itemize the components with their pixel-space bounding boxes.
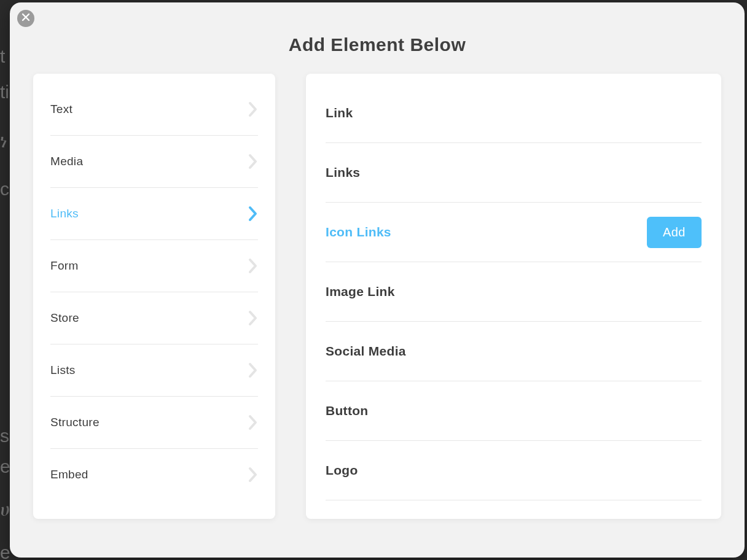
category-item-links[interactable]: Links — [50, 188, 258, 240]
element-list: Link Links Icon Links Add Image Link Soc… — [306, 74, 721, 519]
element-item-logo[interactable]: Logo — [326, 441, 702, 500]
element-label: Social Media — [326, 344, 406, 359]
element-label: Link — [326, 106, 353, 120]
category-item-lists[interactable]: Lists — [50, 344, 258, 397]
category-label: Text — [50, 103, 72, 116]
category-item-form[interactable]: Form — [50, 240, 258, 292]
add-element-modal: Add Element Below Text Media Links — [10, 2, 745, 558]
category-list: Text Media Links Form — [33, 74, 275, 519]
element-item-social-media[interactable]: Social Media — [326, 322, 702, 381]
category-item-store[interactable]: Store — [50, 292, 258, 344]
element-item-link[interactable]: Link — [326, 84, 702, 143]
category-label: Links — [50, 207, 79, 220]
bg-text: t — [0, 43, 5, 70]
chevron-right-icon — [248, 154, 258, 169]
bg-text: ti — [0, 79, 9, 106]
category-label: Media — [50, 155, 83, 168]
chevron-right-icon — [248, 362, 258, 378]
element-label: Logo — [326, 463, 358, 478]
element-item-button[interactable]: Button — [326, 381, 702, 441]
bg-text: ነ — [0, 128, 7, 155]
chevron-right-icon — [248, 258, 258, 274]
category-item-embed[interactable]: Embed — [50, 449, 258, 500]
chevron-right-icon — [248, 414, 258, 430]
chevron-right-icon — [248, 310, 258, 326]
category-item-media[interactable]: Media — [50, 136, 258, 188]
element-item-icon-links[interactable]: Icon Links Add — [326, 203, 702, 262]
chevron-right-icon — [248, 101, 258, 117]
bg-text: e — [0, 453, 10, 480]
element-label: Image Link — [326, 284, 395, 299]
category-label: Embed — [50, 468, 88, 481]
bg-text: c — [0, 176, 9, 203]
element-item-image-link[interactable]: Image Link — [326, 262, 702, 322]
chevron-right-icon — [248, 206, 258, 222]
category-item-structure[interactable]: Structure — [50, 397, 258, 449]
bg-text: ሀ — [0, 496, 10, 523]
close-icon — [22, 13, 30, 24]
category-label: Store — [50, 311, 79, 325]
modal-title: Add Element Below — [10, 34, 745, 55]
element-label: Icon Links — [326, 225, 391, 239]
add-button[interactable]: Add — [647, 217, 702, 248]
chevron-right-icon — [248, 467, 258, 483]
category-label: Structure — [50, 416, 100, 429]
close-button[interactable] — [17, 10, 34, 27]
element-label: Button — [326, 403, 368, 418]
modal-body: Text Media Links Form — [10, 74, 745, 537]
category-item-text[interactable]: Text — [50, 84, 258, 136]
bg-text: s — [0, 422, 9, 449]
bg-text: e — [0, 539, 10, 560]
category-label: Form — [50, 259, 79, 273]
category-label: Lists — [50, 364, 76, 377]
element-item-links[interactable]: Links — [326, 143, 702, 203]
element-label: Links — [326, 165, 360, 180]
